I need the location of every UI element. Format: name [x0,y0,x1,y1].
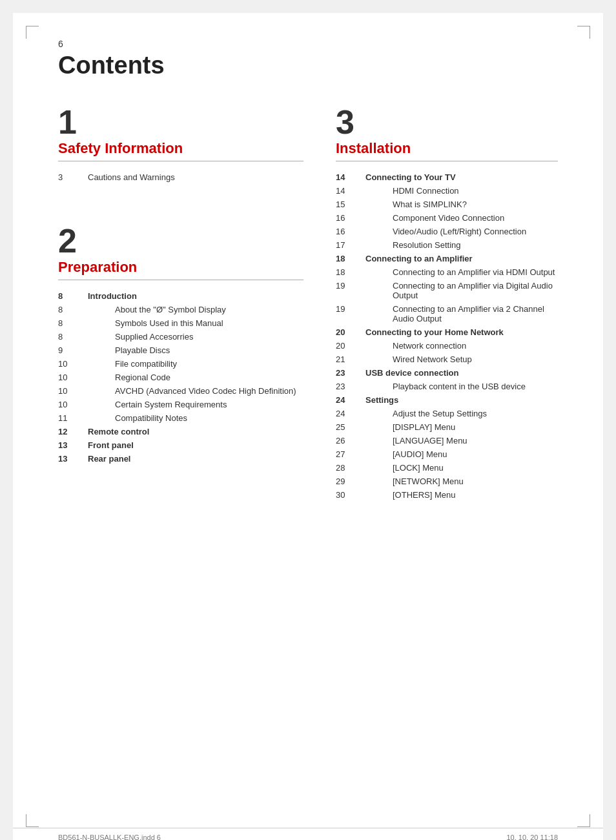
toc-label: Compatibility Notes [83,411,303,425]
toc-page-num: 16 [336,211,360,225]
toc-row: 14Connecting to Your TV [336,170,558,184]
toc-page-num: 11 [58,411,83,425]
toc-row: 16Component Video Connection [336,211,558,225]
toc-row: 12Remote control [58,425,303,438]
section3-number: 3 [336,105,558,139]
toc-row: 20Network connection [336,339,558,353]
section1-number: 1 [58,105,303,139]
toc-page-num: 23 [336,380,360,393]
toc-page-num: 10 [58,357,83,371]
toc-page-num: 14 [336,170,360,184]
toc-label: [DISPLAY] Menu [360,420,558,434]
toc-row: 15What is SIMPLINK? [336,198,558,211]
toc-label: AVCHD (Advanced Video Codec High Definit… [83,384,303,398]
footer-left: BD561-N-BUSALLK-ENG.indd 6 [58,834,161,840]
toc-row: 29[NETWORK] Menu [336,475,558,488]
toc-label: Adjust the Setup Settings [360,407,558,420]
footer-right: 10. 10. 20 11:18 [506,834,558,840]
toc-page-num: 29 [336,475,360,488]
toc-row: 8Symbols Used in this Manual [58,316,303,330]
toc-page-num: 21 [336,353,360,366]
toc-label: Video/Audio (Left/Right) Connection [360,225,558,238]
toc-row: 24Adjust the Setup Settings [336,407,558,420]
toc-page-num: 16 [336,225,360,238]
toc-label: [AUDIO] Menu [360,447,558,461]
toc-page-num: 18 [336,265,360,279]
toc-page-num: 23 [336,366,360,380]
toc-page-num: 13 [58,438,83,452]
toc-label: Supplied Accesorries [83,330,303,343]
toc-page-num: 8 [58,330,83,343]
toc-row: 21Wired Network Setup [336,353,558,366]
toc-row: 14HDMI Connection [336,184,558,198]
toc-row: 9Playable Discs [58,343,303,357]
page-number: 6 [58,39,63,49]
content-area: 1 Safety Information 3Cautions and Warni… [58,105,558,522]
toc-label: Playback content in the USB device [360,380,558,393]
toc-row: 18Connecting to an Amplifier [336,252,558,265]
toc-row: 23Playback content in the USB device [336,380,558,393]
toc-page-num: 25 [336,420,360,434]
toc-label: Network connection [360,339,558,353]
toc-label: What is SIMPLINK? [360,198,558,211]
toc-row: 20Connecting to your Home Network [336,325,558,339]
toc-page-num: 8 [58,316,83,330]
toc-label: Connecting to Your TV [360,170,558,184]
toc-label: Cautions and Warnings [83,170,303,184]
toc-label: Front panel [83,438,303,452]
toc-label: Connecting to an Amplifier via 2 Channel… [360,302,558,325]
left-column: 1 Safety Information 3Cautions and Warni… [58,105,303,522]
toc-page-num: 20 [336,325,360,339]
toc-page-num: 10 [58,371,83,384]
toc-page-num: 12 [58,425,83,438]
toc-page-num: 24 [336,393,360,407]
toc-row: 16Video/Audio (Left/Right) Connection [336,225,558,238]
corner-mark-br [577,814,590,827]
toc-label: Connecting to an Amplifier via HDMI Outp… [360,265,558,279]
section2-block: 2 Preparation 8Introduction8About the "Ø… [58,224,303,466]
section3-title: Installation [336,140,558,161]
toc-row: 18Connecting to an Amplifier via HDMI Ou… [336,265,558,279]
toc-label: Introduction [83,289,303,303]
toc-label: Connecting to an Amplifier via Digital A… [360,279,558,302]
toc-label: Symbols Used in this Manual [83,316,303,330]
toc-label: [OTHERS] Menu [360,488,558,502]
toc-label: About the "Ø" Symbol Display [83,303,303,316]
toc-page-num: 15 [336,198,360,211]
toc-label: Regional Code [83,371,303,384]
toc-label: HDMI Connection [360,184,558,198]
section3-toc: 14Connecting to Your TV14HDMI Connection… [336,170,558,502]
toc-row: 25[DISPLAY] Menu [336,420,558,434]
toc-page-num: 26 [336,434,360,447]
toc-page-num: 19 [336,279,360,302]
section1-title: Safety Information [58,140,303,161]
toc-label: Wired Network Setup [360,353,558,366]
toc-page-num: 19 [336,302,360,325]
toc-row: 8Introduction [58,289,303,303]
toc-row: 10AVCHD (Advanced Video Codec High Defin… [58,384,303,398]
toc-label: Connecting to your Home Network [360,325,558,339]
toc-row: 10File compatibility [58,357,303,371]
toc-page-num: 10 [58,398,83,411]
toc-row: 28[LOCK] Menu [336,461,558,475]
toc-page-num: 9 [58,343,83,357]
toc-row: 27[AUDIO] Menu [336,447,558,461]
toc-row: 30[OTHERS] Menu [336,488,558,502]
contents-title: Contents [58,52,558,79]
toc-row: 3Cautions and Warnings [58,170,303,184]
page: 6 Contents 1 Safety Information 3Caution… [13,13,603,840]
toc-row: 17Resolution Setting [336,238,558,252]
toc-page-num: 8 [58,289,83,303]
footer: BD561-N-BUSALLK-ENG.indd 6 10. 10. 20 11… [13,828,603,840]
toc-label: [LOCK] Menu [360,461,558,475]
toc-label: Certain System Requirements [83,398,303,411]
toc-row: 11Compatibility Notes [58,411,303,425]
toc-label: [NETWORK] Menu [360,475,558,488]
toc-label: Resolution Setting [360,238,558,252]
toc-label: File compatibility [83,357,303,371]
toc-label: [LANGUAGE] Menu [360,434,558,447]
toc-row: 8Supplied Accesorries [58,330,303,343]
corner-mark-bl [26,814,39,827]
corner-mark-tr [577,26,590,39]
section2-title: Preparation [58,259,303,280]
